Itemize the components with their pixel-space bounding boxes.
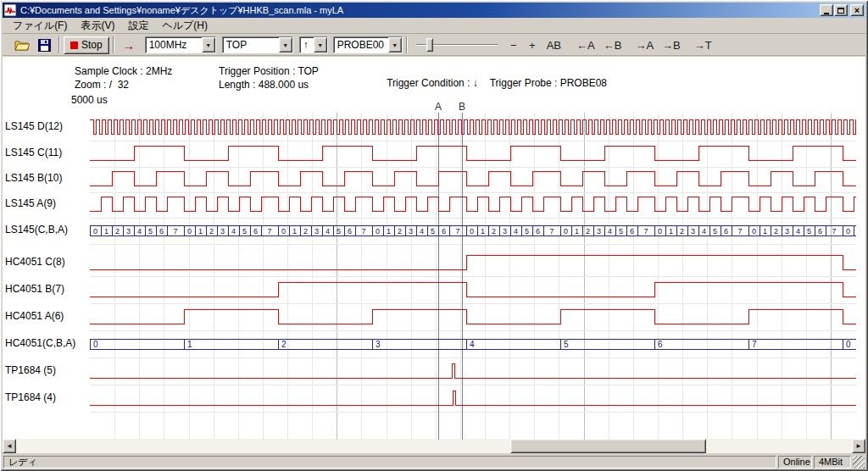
open-button[interactable] — [11, 36, 33, 55]
ab-button[interactable]: AB — [543, 36, 565, 55]
svg-text:7: 7 — [267, 227, 271, 236]
trigger-edge-combo[interactable]: ↑ ▼ — [299, 36, 328, 53]
svg-text:1: 1 — [104, 227, 108, 236]
sample-rate-value: 100MHz — [146, 37, 202, 53]
stop-button[interactable]: Stop — [64, 36, 109, 54]
goto-a-left-button[interactable]: ←A — [573, 36, 598, 55]
svg-text:7: 7 — [737, 227, 742, 236]
menu-item[interactable]: ヘルプ(H) — [155, 18, 214, 34]
svg-text:0: 0 — [470, 227, 474, 236]
resize-grip[interactable] — [853, 456, 865, 468]
svg-text:4: 4 — [702, 227, 706, 236]
svg-text:7: 7 — [643, 227, 648, 236]
app-icon — [4, 4, 16, 16]
horizontal-scrollbar[interactable]: ◄ ► — [3, 439, 865, 453]
maximize-button[interactable] — [834, 4, 848, 16]
channel-label: HC4051 B(7) — [5, 283, 64, 295]
svg-text:4: 4 — [231, 227, 236, 236]
chevron-down-icon[interactable]: ▼ — [279, 37, 292, 53]
goto-b-right-button[interactable]: →B — [659, 36, 684, 55]
cursor-b-label[interactable]: B — [459, 101, 465, 113]
goto-trigger-button[interactable]: →T — [691, 36, 715, 55]
chevron-down-icon[interactable]: ▼ — [202, 37, 215, 53]
svg-text:6: 6 — [159, 227, 164, 236]
svg-text:3: 3 — [503, 227, 507, 236]
svg-text:2: 2 — [680, 227, 684, 236]
trigger-position-combo[interactable]: TOP ▼ — [222, 36, 293, 53]
svg-text:6: 6 — [818, 227, 822, 236]
svg-text:4: 4 — [608, 227, 612, 236]
toolbar-separator — [58, 36, 60, 53]
svg-text:3: 3 — [409, 227, 413, 236]
maximize-icon — [837, 8, 844, 14]
goto-b-left-button[interactable]: ←B — [600, 36, 626, 55]
trigger-position-label: Trigger Position : TOP — [219, 65, 319, 77]
svg-text:6: 6 — [442, 227, 446, 236]
svg-text:7: 7 — [549, 227, 554, 236]
chevron-down-icon[interactable]: ▼ — [314, 37, 327, 53]
zoom-out-button[interactable]: − — [504, 36, 523, 55]
scroll-left-button[interactable]: ◄ — [3, 439, 16, 453]
status-online: Online — [778, 456, 812, 468]
menu-item[interactable]: 設定 — [121, 18, 155, 34]
run-button[interactable]: → — [118, 36, 140, 55]
svg-text:6: 6 — [658, 340, 663, 349]
svg-text:1: 1 — [198, 227, 203, 236]
trigger-condition-label: Trigger Condition : ↓ — [387, 77, 478, 89]
svg-text:0: 0 — [187, 227, 192, 236]
sample-clock-label: Sample Clock : 2MHz — [75, 65, 172, 77]
svg-text:4: 4 — [796, 227, 800, 236]
svg-text:0: 0 — [376, 227, 380, 236]
toolbar: Stop → 100MHz ▼ TOP ▼ ↑ ▼ PROBE00 ▼ − + … — [3, 35, 865, 56]
scroll-thumb[interactable] — [510, 439, 706, 453]
svg-text:5: 5 — [713, 227, 717, 236]
close-button[interactable]: × — [850, 4, 864, 16]
trigger-edge-value: ↑ — [300, 37, 314, 53]
goto-a-right-button[interactable]: →A — [632, 36, 657, 55]
zoom-label: Zoom : / 32 — [75, 79, 129, 91]
svg-text:1: 1 — [481, 227, 485, 236]
svg-text:7: 7 — [455, 227, 459, 236]
waveform-canvas[interactable]: 0123456701234567012345670123456701234567… — [90, 113, 856, 440]
trigger-info: Trigger Condition : ↓Trigger Probe : PRO… — [376, 65, 607, 101]
svg-text:7: 7 — [832, 227, 836, 236]
svg-text:1: 1 — [763, 227, 767, 236]
slider-thumb[interactable] — [426, 38, 433, 52]
sample-rate-combo[interactable]: 100MHz ▼ — [145, 36, 216, 53]
svg-text:6: 6 — [724, 227, 728, 236]
minimize-button[interactable] — [820, 4, 833, 16]
time-scale-label: 5000 us — [71, 94, 108, 106]
svg-text:2: 2 — [586, 227, 590, 236]
zoom-slider[interactable] — [416, 36, 498, 54]
minimize-icon — [824, 13, 829, 14]
svg-text:1: 1 — [187, 340, 192, 349]
channel-label: LS145 A(9) — [5, 197, 56, 209]
svg-text:1: 1 — [292, 227, 297, 236]
svg-text:0: 0 — [564, 227, 568, 236]
svg-text:2: 2 — [115, 227, 120, 236]
svg-text:2: 2 — [492, 227, 496, 236]
svg-text:3: 3 — [691, 227, 695, 236]
chevron-down-icon[interactable]: ▼ — [388, 37, 402, 53]
svg-text:3: 3 — [376, 340, 381, 349]
cursor-a-label[interactable]: A — [435, 101, 442, 113]
svg-text:3: 3 — [220, 227, 225, 236]
svg-text:2: 2 — [774, 227, 778, 236]
channel-label: HC4051(C,B,A) — [5, 337, 75, 349]
channel-label: TP1684 (4) — [5, 391, 56, 403]
probe-combo[interactable]: PROBE00 ▼ — [333, 36, 403, 53]
channel-label: LS145 B(10) — [5, 172, 62, 184]
floppy-icon — [38, 39, 51, 52]
title-bar[interactable]: C:¥Documents and Settings¥noname¥デスクトップ¥… — [3, 3, 865, 18]
toolbar-separator — [406, 36, 408, 53]
scroll-right-button[interactable]: ► — [852, 439, 865, 453]
channel-label: LS145 D(12) — [5, 120, 63, 132]
menu-item[interactable]: 表示(V) — [74, 18, 121, 34]
svg-text:0: 0 — [846, 340, 851, 349]
menu-item[interactable]: ファイル(F) — [6, 18, 74, 34]
svg-text:5: 5 — [337, 227, 341, 236]
zoom-in-button[interactable]: + — [523, 36, 542, 55]
status-memory: 4MBit — [814, 456, 851, 468]
window-title: C:¥Documents and Settings¥noname¥デスクトップ¥… — [20, 4, 819, 17]
save-button[interactable] — [33, 36, 55, 55]
